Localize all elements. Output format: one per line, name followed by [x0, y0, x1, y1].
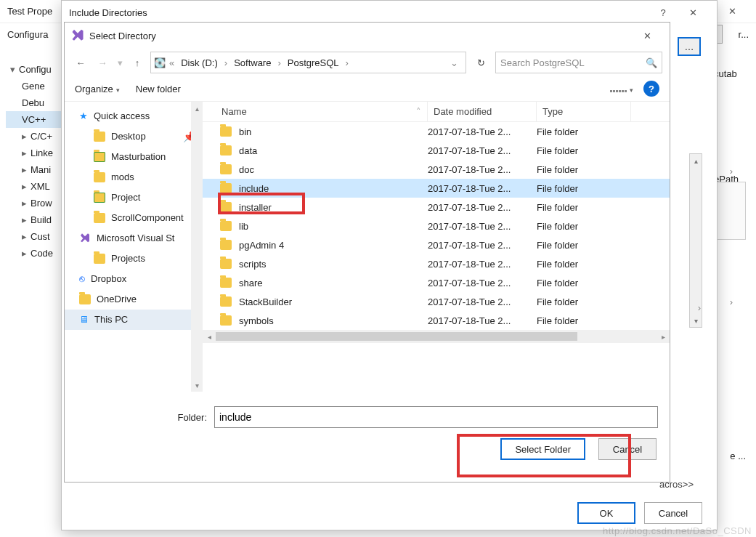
row-date: 2017-07-18-Tue 2...: [428, 296, 537, 307]
cancel-button[interactable]: Cancel: [598, 438, 657, 460]
row-name: StackBuilder: [239, 296, 292, 307]
folder-row-installer[interactable]: installer2017-07-18-Tue 2...File folder: [203, 198, 670, 217]
row-type: File folder: [537, 221, 631, 232]
nav-item-scrollcomponent[interactable]: ScrollComponent: [65, 208, 203, 228]
horizontal-scrollbar[interactable]: ◂ ▸: [203, 330, 670, 343]
row-name: symbols: [239, 315, 274, 326]
chevron-down-icon: ▾: [627, 86, 633, 94]
scrollbar[interactable]: ▴ ▾: [689, 153, 702, 328]
organize-menu[interactable]: Organize▾: [75, 84, 120, 94]
nav-item-onedrive[interactable]: OneDrive: [65, 289, 203, 310]
help-button[interactable]: ?: [643, 81, 659, 97]
ok-button[interactable]: OK: [577, 502, 635, 524]
scroll-down-icon[interactable]: ▾: [191, 379, 203, 392]
folder-row-scripts[interactable]: scripts2017-07-18-Tue 2...File folder: [203, 254, 670, 273]
folder-row-pgadmin-4[interactable]: pgAdmin 42017-07-18-Tue 2...File folder: [203, 235, 670, 254]
folder-row-include[interactable]: include2017-07-18-Tue 2...File folder: [203, 179, 670, 198]
search-input[interactable]: Search PostgreSQL 🔍: [495, 52, 662, 73]
nav-scrollbar[interactable]: ▴ ▾: [191, 102, 203, 392]
folder-row-symbols[interactable]: symbols2017-07-18-Tue 2...File folder: [203, 311, 670, 330]
folder-row-data[interactable]: data2017-07-18-Tue 2...File folder: [203, 141, 670, 160]
disk-icon: 💽: [154, 57, 166, 68]
scroll-down-icon[interactable]: ▾: [690, 314, 702, 327]
up-button[interactable]: ↑: [129, 54, 146, 71]
e-label: e ...: [730, 451, 746, 461]
crumb-disk[interactable]: Disk (D:): [178, 57, 221, 68]
nav-pane[interactable]: ★Quick accessDesktop📌MasturbationmodsPro…: [65, 102, 203, 392]
folder-icon: [220, 202, 232, 212]
nav-item-microsoft-visual-st[interactable]: Microsoft Visual St: [65, 228, 203, 249]
folder-row-doc[interactable]: doc2017-07-18-Tue 2...File folder: [203, 160, 670, 179]
executab-label: cutab: [714, 68, 746, 79]
close-button[interactable]: ✕: [715, 1, 749, 22]
nav-item-quick-access[interactable]: ★Quick access: [65, 106, 203, 126]
row-date: 2017-07-18-Tue 2...: [428, 145, 537, 156]
file-list: Name˄ Date modified Type bin2017-07-18-T…: [203, 102, 670, 392]
row-type: File folder: [537, 240, 631, 251]
row-name: bin: [239, 126, 251, 137]
nav-item-dropbox[interactable]: ⎋Dropbox: [65, 269, 203, 289]
scroll-left-icon[interactable]: ◂: [203, 333, 216, 341]
nav-item-projects[interactable]: Projects: [65, 249, 203, 269]
folder-icon: [220, 240, 232, 250]
row-date: 2017-07-18-Tue 2...: [428, 315, 537, 326]
scroll-thumb[interactable]: [216, 332, 577, 341]
nav-item-this-pc[interactable]: 🖥This PC: [65, 310, 203, 330]
crumb-software[interactable]: Software: [231, 57, 274, 68]
row-date: 2017-07-18-Tue 2...: [428, 221, 537, 232]
folder-icon: [220, 315, 232, 326]
col-name[interactable]: Name˄: [203, 102, 428, 121]
folder-row-share[interactable]: share2017-07-18-Tue 2...File folder: [203, 273, 670, 292]
nav-item-mods[interactable]: mods: [65, 167, 203, 187]
view-icon: [610, 90, 627, 92]
fp-title: Select Directory: [89, 31, 630, 41]
view-button[interactable]: ▾: [610, 84, 633, 94]
close-button[interactable]: ✕: [676, 2, 710, 23]
col-date[interactable]: Date modified: [428, 102, 537, 121]
back-button[interactable]: ←: [72, 54, 89, 71]
col-type[interactable]: Type: [537, 102, 631, 121]
folder-row-lib[interactable]: lib2017-07-18-Tue 2...File folder: [203, 217, 670, 235]
nav-item-masturbation[interactable]: Masturbation: [65, 147, 203, 167]
forward-button[interactable]: →: [94, 54, 111, 71]
refresh-button[interactable]: ↻: [471, 52, 491, 73]
folder-icon: [220, 278, 232, 288]
address-bar[interactable]: 💽 « Disk (D:) › Software › PostgreSQL › …: [150, 52, 466, 73]
row-type: File folder: [537, 278, 631, 288]
folder-icon: [220, 221, 232, 231]
scroll-up-icon[interactable]: ▴: [690, 154, 702, 167]
cancel-button[interactable]: Cancel: [644, 502, 702, 524]
row-name: pgAdmin 4: [239, 240, 284, 251]
row-name: data: [239, 145, 257, 156]
scroll-right-icon[interactable]: ▸: [657, 333, 670, 341]
select-folder-button[interactable]: Select Folder: [500, 438, 585, 460]
new-folder-button[interactable]: New folder: [136, 84, 181, 94]
configuration-label: Configura: [7, 29, 48, 40]
chevron-left-icon: «: [168, 57, 176, 68]
ellipsis-button[interactable]: …: [678, 37, 701, 56]
column-headers[interactable]: Name˄ Date modified Type: [203, 102, 670, 122]
folder-row-bin[interactable]: bin2017-07-18-Tue 2...File folder: [203, 122, 670, 141]
scroll-up-icon[interactable]: ▴: [191, 102, 203, 115]
watermark: http://blog.csdn.net/DaSo_CSDN: [603, 525, 752, 536]
row-name: scripts: [239, 259, 267, 270]
row-type: File folder: [537, 259, 631, 270]
row-date: 2017-07-18-Tue 2...: [428, 278, 537, 288]
folder-input[interactable]: [214, 406, 658, 428]
visual-studio-icon: [70, 28, 85, 43]
recent-dropdown[interactable]: ▾: [115, 54, 124, 71]
chevron-right-icon: ›: [276, 57, 282, 68]
nav-item-project[interactable]: Project: [65, 187, 203, 208]
folder-icon: [220, 296, 232, 307]
nav-item-desktop[interactable]: Desktop📌: [65, 126, 203, 147]
folder-row-stackbuilder[interactable]: StackBuilder2017-07-18-Tue 2...File fold…: [203, 292, 670, 311]
crumb-postgresql[interactable]: PostgreSQL: [285, 57, 342, 68]
address-dropdown[interactable]: ⌄: [446, 57, 463, 68]
row-date: 2017-07-18-Tue 2...: [428, 126, 537, 137]
folder-icon: [220, 164, 232, 174]
folder-icon: [220, 259, 232, 269]
close-button[interactable]: ✕: [630, 25, 664, 46]
row-date: 2017-07-18-Tue 2...: [428, 259, 537, 270]
folder-icon: [220, 183, 232, 193]
help-button[interactable]: ?: [650, 2, 676, 23]
